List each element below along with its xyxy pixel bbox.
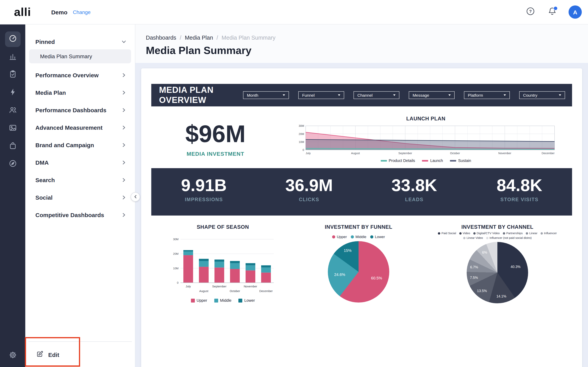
page-title: Media Plan Summary <box>146 45 588 57</box>
rail-item-explore[interactable] <box>5 157 20 172</box>
rail-item-audiences[interactable] <box>5 103 20 118</box>
legend-item: Linear Video <box>463 236 483 240</box>
app-logo[interactable]: alli <box>14 5 31 19</box>
legend-item: Partnerships <box>503 232 523 235</box>
pie-slice-label: 60.5% <box>371 276 382 280</box>
svg-text:October: October <box>230 289 240 293</box>
sidebar-collapse-handle[interactable] <box>131 192 140 201</box>
svg-text:20M: 20M <box>173 252 179 255</box>
legend-item: Video <box>459 232 470 235</box>
content-row: Pinned Media Plan Summary Performance Ov… <box>0 25 588 367</box>
pie-slice-label: 13.5% <box>477 289 487 293</box>
svg-text:?: ? <box>529 9 532 14</box>
svg-text:October: October <box>450 152 460 155</box>
chevron-right-icon <box>121 73 126 78</box>
breadcrumb-current: Media Plan Summary <box>222 34 276 41</box>
overview-title: MEDIA PLAN OVERVIEW <box>159 85 234 105</box>
sidebar-item-search[interactable]: Search <box>25 171 135 189</box>
rail-item-analytics[interactable] <box>5 49 20 65</box>
rail-item-automation[interactable] <box>5 85 20 100</box>
change-workspace-link[interactable]: Change <box>73 9 91 15</box>
legend-item: Lower <box>238 298 255 302</box>
media-investment: $96M MEDIA INVESTMENT <box>151 116 280 157</box>
image-icon <box>8 124 17 133</box>
stat-clicks: 36.9M CLICKS <box>257 168 362 216</box>
breadcrumb-dashboards[interactable]: Dashboards <box>146 34 176 41</box>
pinned-label: Pinned <box>35 38 55 45</box>
notifications-button[interactable] <box>547 7 558 17</box>
rail-item-settings[interactable] <box>5 348 20 364</box>
breadcrumb-media-plan[interactable]: Media Plan <box>185 34 213 41</box>
investment-by-channel-section: INVESTMENT BY CHANNEL Paid SocialVideoDi… <box>423 224 572 303</box>
breadcrumb-separator: / <box>216 34 218 41</box>
media-investment-label: MEDIA INVESTMENT <box>151 151 280 157</box>
sidebar-item-media-plan-summary[interactable]: Media Plan Summary <box>29 49 131 63</box>
rail-item-commerce[interactable] <box>5 139 20 154</box>
filter-channel[interactable]: Channel <box>354 91 399 99</box>
sidebar-item-performance-overview[interactable]: Performance Overview <box>25 67 135 84</box>
topbar-actions: ? A <box>525 5 588 19</box>
investment-by-channel-title: INVESTMENT BY CHANNEL <box>423 224 572 230</box>
help-icon: ? <box>526 7 535 17</box>
launch-plan-section: LAUNCH PLAN 010M20M30MJulyAugustSeptembe… <box>280 116 572 163</box>
investment-row: $96M MEDIA INVESTMENT LAUNCH PLAN 010M20… <box>151 106 572 163</box>
clipboard-icon <box>8 70 17 80</box>
chevron-right-icon <box>121 195 126 200</box>
pie-slice-label: 7.5% <box>470 276 478 280</box>
legend-item: Influencer <box>541 232 557 235</box>
filter-funnel[interactable]: Funnel <box>298 91 344 99</box>
filter-message[interactable]: Message <box>409 91 455 99</box>
rail-item-creative[interactable] <box>5 121 20 136</box>
media-investment-value: $96M <box>151 122 280 146</box>
help-button[interactable]: ? <box>525 7 536 17</box>
sidebar-item-performance-dashboards[interactable]: Performance Dashboards <box>25 101 135 119</box>
chevron-right-icon <box>121 160 126 165</box>
workspace-name: Demo <box>51 9 67 15</box>
rail-item-reports[interactable] <box>5 67 20 83</box>
compass-icon <box>8 159 17 169</box>
caret-down-icon <box>559 94 561 96</box>
legend-item: Upper <box>332 234 347 239</box>
pie: 40.3%14.1%13.5%7.5%6.7%6% <box>467 242 528 303</box>
stats-band: 9.91B IMPRESSIONS 36.9M CLICKS 33.8K LEA… <box>151 168 572 216</box>
pie-slice-label: 6% <box>482 250 487 254</box>
gear-icon <box>8 351 17 361</box>
shape-of-season-section: SHAPE OF SEASON 010M20M30MJulyAugustSept… <box>151 224 294 303</box>
chevron-left-icon <box>133 193 138 200</box>
sidebar-item-social[interactable]: Social <box>25 189 135 206</box>
sidebar-section-pinned[interactable]: Pinned <box>25 35 135 48</box>
avatar[interactable]: A <box>569 5 582 19</box>
svg-text:September: September <box>212 285 226 288</box>
launch-plan-chart: 010M20M30MJulyAugustSeptemberOctoberNove… <box>280 124 572 156</box>
filter-platform[interactable]: Platform <box>464 91 510 99</box>
investment-by-funnel-section: INVESTMENT BY FUNNEL UpperMiddleLower 60… <box>294 224 423 303</box>
sidebar-item-competitive-dashboards[interactable]: Competitive Dashboards <box>25 206 135 224</box>
channel-pie-chart: 40.3%14.1%13.5%7.5%6.7%6% <box>423 242 572 303</box>
dashboard-card: MEDIA PLAN OVERVIEW Month Funnel Channel… <box>141 68 582 367</box>
main-area: Dashboards / Media Plan / Media Plan Sum… <box>135 25 588 367</box>
svg-text:30M: 30M <box>173 238 179 241</box>
shape-of-season-legend: UpperMiddleLower <box>151 298 294 302</box>
sidebar-item-advanced-measurement[interactable]: Advanced Measurement <box>25 119 135 136</box>
breadcrumb: Dashboards / Media Plan / Media Plan Sum… <box>135 25 588 41</box>
pie-slice-label: 40.3% <box>510 265 520 269</box>
svg-text:November: November <box>498 152 511 155</box>
filter-country[interactable]: Country <box>519 91 565 99</box>
dashboard-board: MEDIA PLAN OVERVIEW Month Funnel Channel… <box>135 63 588 367</box>
legend-item: Lower <box>370 234 385 239</box>
sidebar-item-dma[interactable]: DMA <box>25 154 135 171</box>
pie-slice-label: 24.6% <box>334 272 345 277</box>
sidebar-item-media-plan[interactable]: Media Plan <box>25 84 135 101</box>
sidebar-item-brand-and-campaign[interactable]: Brand and Campaign <box>25 136 135 154</box>
lightning-icon <box>8 88 17 98</box>
chevron-down-icon <box>121 39 126 44</box>
svg-text:0: 0 <box>303 148 304 151</box>
pie: 60.5%24.6%15% <box>328 241 389 302</box>
edit-button[interactable]: Edit <box>36 350 59 359</box>
rail-item-dashboards[interactable] <box>5 32 20 47</box>
stat-impressions: 9.91B IMPRESSIONS <box>151 168 257 216</box>
channel-legend: Paid SocialVideoDigital/CTV VideoPartner… <box>428 232 567 240</box>
svg-text:30M: 30M <box>299 124 304 127</box>
filter-month[interactable]: Month <box>243 91 289 99</box>
filter-bar: Month Funnel Channel Message Platform Co… <box>234 91 565 99</box>
